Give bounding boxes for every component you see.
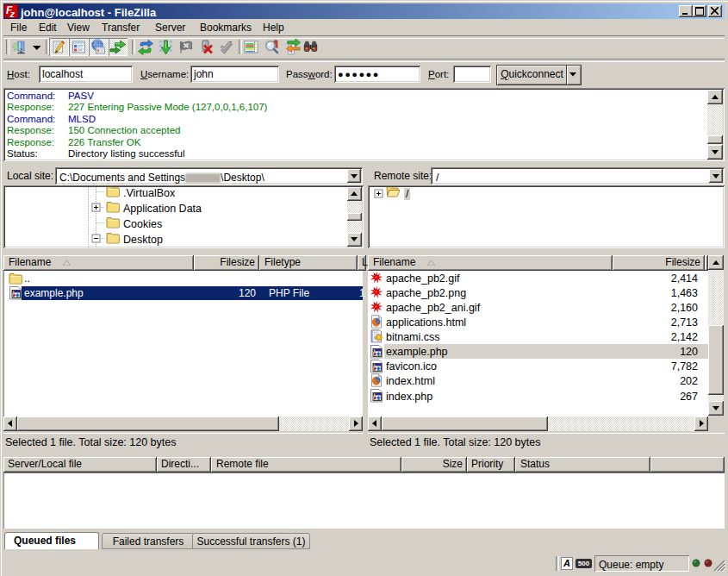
svg-text:z: z	[9, 9, 16, 18]
